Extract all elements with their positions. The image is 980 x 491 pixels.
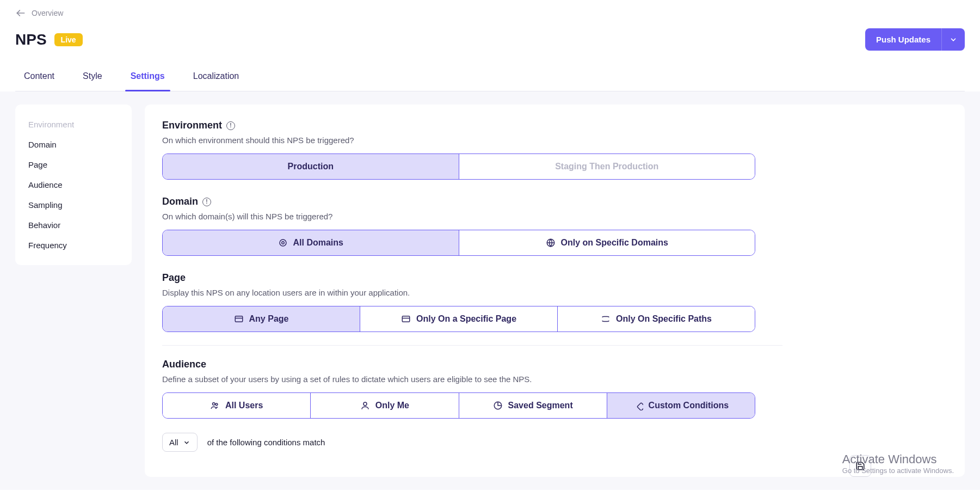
domain-desc: On which domain(s) will this NPS be trig… — [162, 212, 947, 221]
environment-desc: On which environment should this NPS be … — [162, 136, 947, 145]
svg-rect-7 — [402, 316, 410, 322]
path-icon — [601, 314, 611, 324]
svg-point-11 — [363, 402, 367, 406]
domain-option-specific[interactable]: Only on Specific Domains — [459, 230, 755, 255]
sidebar-item-frequency[interactable]: Frequency — [15, 235, 132, 255]
sidebar-item-domain[interactable]: Domain — [15, 134, 132, 155]
tab-localization[interactable]: Localization — [191, 66, 242, 91]
settings-panel: Environment ! On which environment shoul… — [145, 105, 965, 477]
sidebar-item-page[interactable]: Page — [15, 155, 132, 175]
domain-option-all[interactable]: All Domains — [163, 230, 459, 255]
settings-sidebar: Environment Domain Page Audience Samplin… — [15, 105, 132, 265]
info-icon[interactable]: ! — [202, 198, 211, 206]
diamond-icon — [633, 401, 643, 410]
arrow-left-icon — [15, 8, 26, 19]
sidebar-item-behavior[interactable]: Behavior — [15, 215, 132, 235]
page-option-paths[interactable]: Only On Specific Paths — [558, 306, 755, 332]
audience-option-custom[interactable]: Custom Conditions — [607, 393, 755, 418]
sidebar-item-sampling[interactable]: Sampling — [15, 195, 132, 215]
user-icon — [360, 401, 370, 410]
tab-content[interactable]: Content — [22, 66, 57, 91]
audience-desc: Define a subset of your users by using a… — [162, 375, 947, 384]
chevron-down-icon — [183, 439, 190, 446]
environment-options: Production Staging Then Production — [162, 154, 755, 180]
tab-style[interactable]: Style — [81, 66, 104, 91]
info-icon[interactable]: ! — [226, 121, 235, 130]
audience-option-all-users[interactable]: All Users — [163, 393, 311, 418]
audience-option-only-me[interactable]: Only Me — [311, 393, 459, 418]
windows-watermark: Activate Windows Go to Settings to activ… — [842, 452, 954, 475]
audience-option-saved-segment[interactable]: Saved Segment — [459, 393, 607, 418]
page-option-specific[interactable]: Only On a Specific Page — [360, 306, 558, 332]
environment-option-staging[interactable]: Staging Then Production — [459, 154, 755, 179]
svg-point-9 — [212, 403, 215, 406]
tabs: Content Style Settings Localization — [15, 66, 965, 91]
svg-point-2 — [281, 242, 284, 244]
audience-options: All Users Only Me Saved Segment Custom C… — [162, 392, 755, 419]
tab-settings[interactable]: Settings — [128, 66, 167, 91]
pie-icon — [493, 401, 503, 410]
users-icon — [210, 401, 220, 410]
chevron-down-icon — [950, 36, 957, 44]
sidebar-item-audience[interactable]: Audience — [15, 175, 132, 195]
window-icon — [401, 314, 411, 324]
page-section-title: Page — [162, 272, 186, 284]
breadcrumb-label: Overview — [32, 9, 63, 17]
breadcrumb-back[interactable]: Overview — [15, 8, 965, 19]
environment-title: Environment — [162, 120, 222, 131]
svg-rect-13 — [637, 403, 643, 410]
window-icon — [234, 314, 244, 324]
svg-point-1 — [280, 240, 286, 246]
domain-title: Domain — [162, 196, 198, 207]
environment-option-production[interactable]: Production — [163, 154, 459, 179]
target-icon — [278, 238, 288, 248]
page-section-desc: Display this NPS on any location users a… — [162, 288, 947, 297]
page-title: NPS — [15, 31, 47, 48]
domain-options: All Domains Only on Specific Domains — [162, 230, 755, 256]
condition-text: of the following conditions match — [207, 438, 325, 447]
page-options: Any Page Only On a Specific Page Only On… — [162, 306, 755, 332]
condition-match-dropdown[interactable]: All — [162, 433, 198, 452]
page-option-any[interactable]: Any Page — [163, 306, 360, 332]
svg-point-10 — [215, 403, 218, 406]
audience-title: Audience — [162, 359, 206, 370]
sidebar-item-environment[interactable]: Environment — [15, 114, 132, 134]
svg-rect-5 — [235, 316, 243, 322]
push-updates-group: Push Updates — [865, 28, 965, 51]
push-updates-dropdown[interactable] — [941, 28, 965, 51]
globe-icon — [546, 238, 556, 248]
push-updates-button[interactable]: Push Updates — [865, 28, 941, 51]
status-badge: Live — [54, 33, 83, 46]
